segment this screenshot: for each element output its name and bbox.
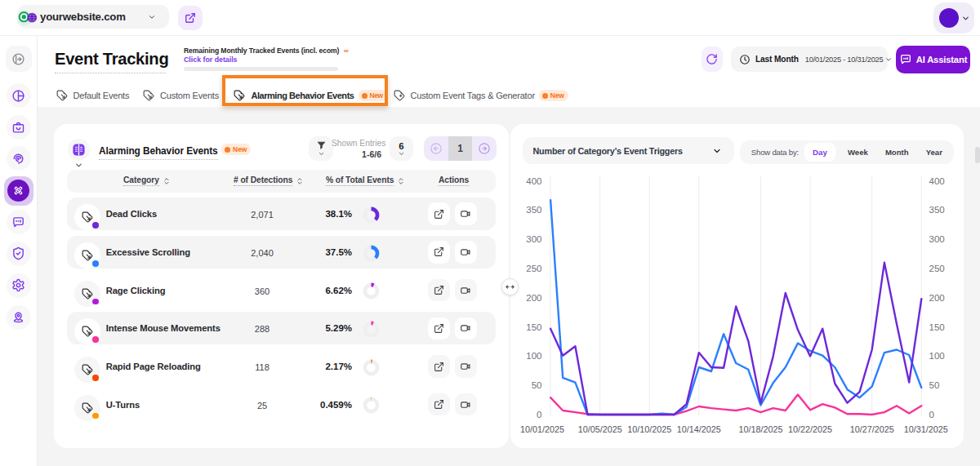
svg-text:50: 50: [531, 380, 541, 390]
svg-text:150: 150: [929, 322, 944, 332]
svg-text:400: 400: [526, 176, 541, 186]
svg-text:400: 400: [929, 176, 944, 186]
svg-text:250: 250: [929, 264, 944, 273]
svg-text:150: 150: [526, 322, 541, 332]
svg-text:10/01/2025: 10/01/2025: [520, 424, 564, 434]
svg-text:300: 300: [929, 234, 944, 244]
svg-text:50: 50: [929, 380, 939, 390]
svg-text:0: 0: [929, 410, 933, 419]
svg-text:200: 200: [526, 293, 541, 303]
svg-text:10/31/2025: 10/31/2025: [903, 424, 947, 434]
svg-text:10/05/2025: 10/05/2025: [577, 424, 621, 434]
svg-text:100: 100: [929, 351, 944, 361]
svg-text:200: 200: [929, 293, 944, 303]
svg-text:10/14/2025: 10/14/2025: [676, 424, 720, 434]
svg-text:10/22/2025: 10/22/2025: [787, 424, 831, 434]
svg-text:250: 250: [526, 264, 541, 273]
svg-text:350: 350: [929, 205, 944, 215]
svg-text:100: 100: [526, 351, 541, 361]
svg-text:10/18/2025: 10/18/2025: [738, 424, 782, 434]
svg-text:10/27/2025: 10/27/2025: [849, 424, 893, 434]
svg-text:350: 350: [526, 205, 541, 215]
svg-text:300: 300: [526, 234, 541, 244]
svg-text:0: 0: [537, 410, 541, 419]
svg-text:10/10/2025: 10/10/2025: [627, 424, 671, 434]
